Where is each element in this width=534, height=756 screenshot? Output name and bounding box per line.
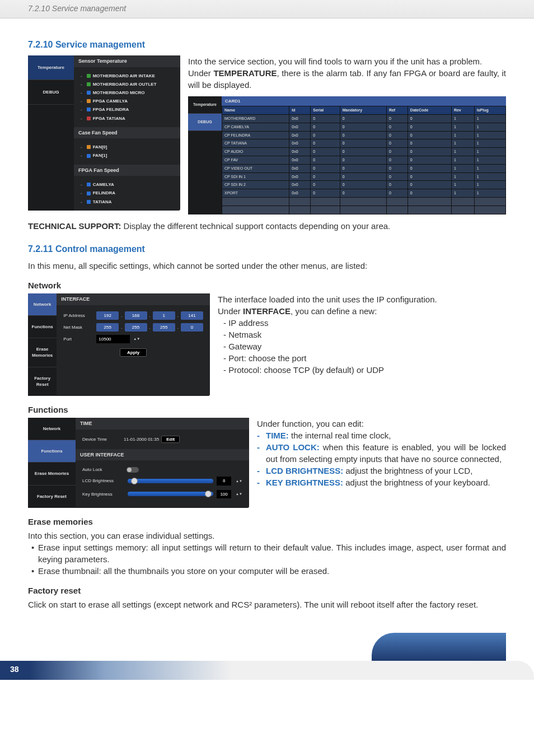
net-tab-erase[interactable]: Erase Memories — [28, 338, 57, 367]
device-time-value: 11-01-2000 01:35 — [124, 436, 159, 442]
lcd-stepper[interactable]: ▲▼ — [236, 479, 242, 483]
lcd-brightness-value: 8 — [217, 477, 231, 485]
fpga-fan-item: -CAMELYA — [81, 180, 174, 189]
case-fan-item: -FAN[0] — [81, 143, 174, 151]
ip-octet[interactable]: 192 — [96, 311, 119, 320]
debug-col-header: Mandatory — [340, 106, 386, 115]
footer-curve — [372, 633, 506, 661]
ip-octet[interactable]: 168 — [125, 311, 147, 320]
ui-title: USER INTERFACE — [76, 449, 249, 461]
table-row: CP FAV0x0000011 — [222, 156, 506, 164]
port-field[interactable]: 10500 — [96, 335, 130, 343]
func-tab-erase[interactable]: Erase Memories — [28, 463, 76, 485]
func-tab-network[interactable]: Network — [28, 418, 76, 440]
erase-bullet: Erase input settings memory: all input s… — [31, 542, 506, 565]
page-footer: 38 — [0, 661, 534, 680]
erase-intro: Into this section, you can erase individ… — [28, 530, 506, 542]
table-row: XPORT0x0000011 — [222, 189, 506, 198]
network-item: - Gateway — [218, 340, 506, 352]
func-tab-functions[interactable]: Functions — [28, 440, 76, 463]
autolock-toggle[interactable] — [127, 467, 139, 473]
debug-card-title: CARD1 — [222, 96, 506, 106]
mask-label: Net Mask — [63, 324, 94, 330]
factory-text: Click on start to erase all settings (ex… — [28, 599, 506, 610]
key-stepper[interactable]: ▲▼ — [236, 492, 242, 496]
autolock-label: Auto Lock — [82, 466, 124, 473]
table-row: CP FELINDRA0x0000011 — [222, 131, 506, 139]
header-breadcrumb: 7.2.10 Service management — [0, 0, 534, 18]
edit-button[interactable]: Edit — [161, 436, 180, 443]
interface-title: INTERFACE — [57, 293, 210, 305]
lcd-brightness-slider[interactable] — [128, 479, 213, 483]
lcd-brightness-label: LCD Brightness — [82, 478, 124, 484]
apply-button[interactable]: Apply — [120, 348, 147, 357]
debug-col-header: Ref — [386, 106, 407, 115]
mask-octet[interactable]: 0 — [181, 323, 203, 332]
function-item: AUTO LOCK: when this feature is enabled,… — [257, 441, 506, 465]
mask-octet[interactable]: 255 — [125, 323, 147, 332]
sensor-item: -MOTHERBOARD MICRO — [81, 88, 174, 97]
mask-octet[interactable]: 255 — [153, 323, 175, 332]
tech-support-line: TECHNICAL SUPPORT: Display the different… — [28, 220, 506, 232]
tab-debug[interactable]: DEBUG — [28, 80, 74, 105]
table-row: CP TATIANA0x0000011 — [222, 139, 506, 148]
network-item: - Protocol: choose TCP (by default) or U… — [218, 364, 506, 376]
debug-tab-debug[interactable]: DEBUG — [188, 114, 222, 131]
network-item: - IP address — [218, 317, 506, 329]
fpga-fan-title: FPGA Fan Speed — [74, 165, 180, 176]
sensor-item: -MOTHERBOARD AIR OUTLET — [81, 80, 174, 88]
fpga-fan-item: -TATIANA — [81, 198, 174, 206]
network-item: - Port: choose the port — [218, 352, 506, 364]
control-intro: In this menu, all specific settings, whi… — [28, 260, 506, 272]
network-panel: Network Functions Erase Memories Factory… — [28, 293, 210, 396]
net-tab-network[interactable]: Network — [28, 293, 57, 316]
case-fan-title: Case Fan Speed — [74, 127, 180, 139]
case-fan-item: -FAN[1] — [81, 151, 174, 160]
table-row: CP AUDIO0x0000011 — [222, 148, 506, 156]
func-tab-factory[interactable]: Factory Reset — [28, 486, 76, 508]
ip-label: IP Address — [63, 312, 94, 319]
key-brightness-slider[interactable] — [128, 492, 213, 496]
table-row: CP VIDEO OUT0x0000011 — [222, 164, 506, 172]
ip-octet[interactable]: 141 — [181, 311, 203, 320]
section-title-service: 7.2.10 Service management — [28, 39, 506, 51]
debug-table: NameIdSerialMandatoryRefDateCodeRevIsPlu… — [222, 106, 506, 214]
section-title-control: 7.2.11 Control management — [28, 243, 506, 255]
functions-panel: Network Functions Erase Memories Factory… — [28, 418, 249, 508]
table-row — [222, 197, 506, 206]
functions-heading: Functions — [28, 404, 506, 416]
port-stepper[interactable]: ▲▼ — [133, 337, 140, 340]
net-tab-factory[interactable]: Factory Reset — [28, 367, 57, 396]
mask-octet[interactable]: 255 — [96, 323, 119, 332]
port-label: Port — [63, 336, 94, 342]
temperature-panel: Temperature DEBUG Sensor Temperature -MO… — [28, 55, 180, 211]
function-item: TIME: the internal real time clock, — [257, 430, 506, 441]
factory-heading: Factory reset — [28, 585, 506, 596]
net-tab-functions[interactable]: Functions — [28, 316, 57, 338]
network-heading: Network — [28, 279, 506, 291]
erase-bullet: Erase thumbnail: all the thumbnails you … — [31, 565, 506, 577]
function-item: KEY BRIGHTNESS: adjust the brightness of… — [257, 477, 506, 488]
debug-col-header: Serial — [311, 106, 340, 115]
table-row: MOTHERBOARD0x0000011 — [222, 114, 506, 123]
function-item: LCD BRIGHTNESS: adjust the brightness of… — [257, 465, 506, 477]
sensor-item: -FPGA TATIANA — [81, 114, 174, 123]
functions-text-intro: Under function, you can edit: — [257, 418, 506, 430]
network-text-intro: The interface loaded into the unit uses … — [218, 293, 506, 305]
page-number: 38 — [0, 661, 29, 680]
ip-octet[interactable]: 1 — [153, 311, 175, 320]
debug-col-header: DateCode — [407, 106, 451, 115]
sensor-temp-title: Sensor Temperature — [74, 55, 180, 67]
sensor-item: -MOTHERBOARD AIR INTAKE — [81, 72, 174, 80]
debug-tab-temperature[interactable]: Temperature — [188, 96, 222, 114]
debug-col-header: IsPlug — [474, 106, 505, 115]
table-row — [222, 206, 506, 214]
service-para1: Into the service section, you will find … — [188, 55, 506, 67]
network-item: - Netmask — [218, 329, 506, 340]
table-row: CP SDI IN 10x0000011 — [222, 172, 506, 181]
sensor-item: -FPGA CAMELYA — [81, 97, 174, 105]
table-row: CP SDI IN 20x0000011 — [222, 181, 506, 189]
device-time-label: Device Time — [82, 436, 121, 442]
debug-col-header: Rev — [451, 106, 474, 115]
tab-temperature[interactable]: Temperature — [28, 55, 74, 80]
